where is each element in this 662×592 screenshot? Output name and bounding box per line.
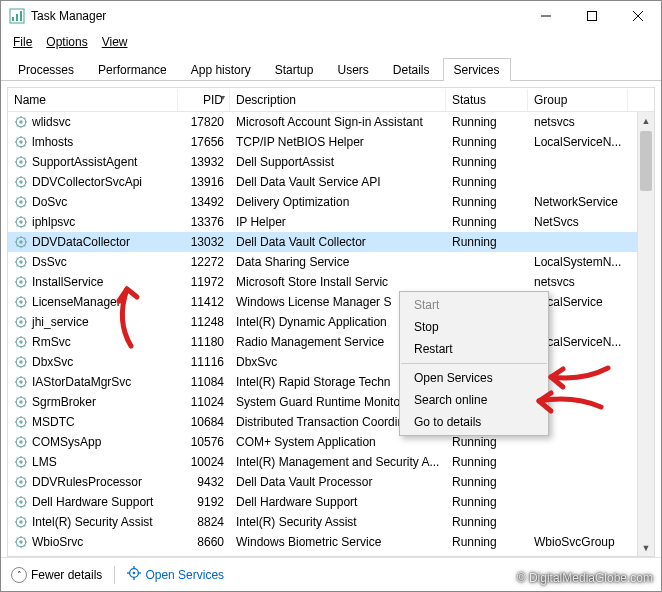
column-headers: Name PID▾ Description Status Group bbox=[8, 88, 654, 112]
cell-group bbox=[528, 181, 628, 183]
cell-pid: 13492 bbox=[178, 194, 230, 210]
table-row[interactable]: LicenseManager11412Windows License Manag… bbox=[8, 292, 654, 312]
tab-users[interactable]: Users bbox=[326, 58, 379, 81]
titlebar: Task Manager bbox=[1, 1, 661, 31]
maximize-button[interactable] bbox=[569, 1, 615, 31]
cell-status: Running bbox=[446, 534, 528, 550]
cell-status: Running bbox=[446, 514, 528, 530]
cell-name: jhi_service bbox=[8, 314, 178, 331]
col-status[interactable]: Status bbox=[446, 89, 528, 111]
tab-processes[interactable]: Processes bbox=[7, 58, 85, 81]
ctx-go-to-details[interactable]: Go to details bbox=[400, 411, 548, 433]
service-icon bbox=[14, 335, 28, 349]
task-manager-window: Task Manager File Options View Processes… bbox=[0, 0, 662, 592]
svg-point-109 bbox=[19, 321, 23, 325]
rows-container: wlidsvc17820Microsoft Account Sign-in As… bbox=[8, 112, 654, 556]
svg-point-159 bbox=[19, 421, 23, 425]
cell-name: LicenseManager bbox=[8, 294, 178, 311]
table-row[interactable]: RmSvc11180Radio Management ServiceLocalS… bbox=[8, 332, 654, 352]
table-row[interactable]: lmhosts17656TCP/IP NetBIOS HelperRunning… bbox=[8, 132, 654, 152]
cell-pid: 8824 bbox=[178, 514, 230, 530]
cell-name: MSDTC bbox=[8, 414, 178, 431]
cell-group: LocalServiceN... bbox=[528, 134, 628, 150]
cell-status: Running bbox=[446, 154, 528, 170]
cell-name: lmhosts bbox=[8, 134, 178, 151]
menu-options[interactable]: Options bbox=[40, 33, 93, 51]
table-row[interactable]: SupportAssistAgent13932Dell SupportAssis… bbox=[8, 152, 654, 172]
tab-app-history[interactable]: App history bbox=[180, 58, 262, 81]
menu-view[interactable]: View bbox=[96, 33, 134, 51]
table-row[interactable]: DsSvc12272Data Sharing ServiceLocalSyste… bbox=[8, 252, 654, 272]
table-row[interactable]: SgrmBroker11024System Guard Runtime Moni… bbox=[8, 392, 654, 412]
table-row[interactable]: wlidsvc17820Microsoft Account Sign-in As… bbox=[8, 112, 654, 132]
open-services-label: Open Services bbox=[145, 568, 224, 582]
cell-pid: 13032 bbox=[178, 234, 230, 250]
cell-name: LMS bbox=[8, 454, 178, 471]
table-row[interactable]: COMSysApp10576COM+ System ApplicationRun… bbox=[8, 432, 654, 452]
menu-file[interactable]: File bbox=[7, 33, 38, 51]
tab-services[interactable]: Services bbox=[443, 58, 511, 81]
table-row[interactable]: DDVRulesProcessor9432Dell Data Vault Pro… bbox=[8, 472, 654, 492]
col-description[interactable]: Description bbox=[230, 89, 446, 111]
open-services-link[interactable]: Open Services bbox=[127, 566, 224, 583]
cell-group bbox=[528, 441, 628, 443]
tabstrip: ProcessesPerformanceApp historyStartupUs… bbox=[1, 53, 661, 81]
table-row[interactable]: DDVDataCollector13032Dell Data Vault Col… bbox=[8, 232, 654, 252]
cell-group: NetworkService bbox=[528, 194, 628, 210]
col-group[interactable]: Group bbox=[528, 89, 628, 111]
cell-description: Microsoft Account Sign-in Assistant bbox=[230, 114, 446, 130]
table-row[interactable]: WbioSrvc8660Windows Biometric ServiceRun… bbox=[8, 532, 654, 552]
minimize-button[interactable] bbox=[523, 1, 569, 31]
scroll-track[interactable] bbox=[638, 129, 654, 539]
cell-pid: 8660 bbox=[178, 534, 230, 550]
ctx-search-online[interactable]: Search online bbox=[400, 389, 548, 411]
scroll-thumb[interactable] bbox=[640, 131, 652, 191]
cell-group bbox=[528, 461, 628, 463]
scroll-down-icon[interactable]: ▼ bbox=[638, 539, 655, 556]
table-row[interactable]: IAStorDataMgrSvc11084Intel(R) Rapid Stor… bbox=[8, 372, 654, 392]
menubar: File Options View bbox=[1, 31, 661, 53]
table-row[interactable]: InstallService11972Microsoft Store Insta… bbox=[8, 272, 654, 292]
table-row[interactable]: Dell Hardware Support9192Dell Hardware S… bbox=[8, 492, 654, 512]
table-row[interactable]: DoSvc13492Delivery OptimizationRunningNe… bbox=[8, 192, 654, 212]
col-pid[interactable]: PID▾ bbox=[178, 89, 230, 111]
content-area: Name PID▾ Description Status Group wlids… bbox=[1, 81, 661, 557]
tab-startup[interactable]: Startup bbox=[264, 58, 325, 81]
svg-point-179 bbox=[19, 461, 23, 465]
cell-description: Windows Biometric Service bbox=[230, 534, 446, 550]
ctx-restart[interactable]: Restart bbox=[400, 338, 548, 360]
service-icon bbox=[14, 315, 28, 329]
cell-pid: 13916 bbox=[178, 174, 230, 190]
vertical-scrollbar[interactable]: ▲ ▼ bbox=[637, 112, 654, 556]
table-row[interactable]: DDVCollectorSvcApi13916Dell Data Vault S… bbox=[8, 172, 654, 192]
table-row[interactable]: DbxSvc11116DbxSvc bbox=[8, 352, 654, 372]
cell-group bbox=[528, 521, 628, 523]
table-row[interactable]: LMS10024Intel(R) Management and Security… bbox=[8, 452, 654, 472]
table-row[interactable]: TabletInputService7592Touch Keyboard and… bbox=[8, 552, 654, 556]
cell-description: Touch Keyboard and Handwriting Pa bbox=[230, 554, 446, 556]
tab-details[interactable]: Details bbox=[382, 58, 441, 81]
ctx-open-services[interactable]: Open Services bbox=[400, 367, 548, 389]
service-icon bbox=[14, 455, 28, 469]
fewer-details-button[interactable]: ˄ Fewer details bbox=[11, 567, 102, 583]
ctx-stop[interactable]: Stop bbox=[400, 316, 548, 338]
table-row[interactable]: iphlpsvc13376IP HelperRunningNetSvcs bbox=[8, 212, 654, 232]
close-button[interactable] bbox=[615, 1, 661, 31]
statusbar: ˄ Fewer details Open Services bbox=[1, 557, 661, 591]
fewer-details-label: Fewer details bbox=[31, 568, 102, 582]
ctx-start[interactable]: Start bbox=[400, 294, 548, 316]
cell-pid: 9432 bbox=[178, 474, 230, 490]
table-row[interactable]: MSDTC10684Distributed Transaction Coordi… bbox=[8, 412, 654, 432]
cell-pid: 13932 bbox=[178, 154, 230, 170]
service-icon bbox=[14, 395, 28, 409]
cell-name: WbioSrvc bbox=[8, 534, 178, 551]
tab-performance[interactable]: Performance bbox=[87, 58, 178, 81]
svg-point-19 bbox=[19, 141, 23, 145]
svg-point-189 bbox=[19, 481, 23, 485]
cell-status: Running bbox=[446, 134, 528, 150]
table-row[interactable]: jhi_service11248Intel(R) Dynamic Applica… bbox=[8, 312, 654, 332]
table-row[interactable]: Intel(R) Security Assist8824Intel(R) Sec… bbox=[8, 512, 654, 532]
services-grid: Name PID▾ Description Status Group wlids… bbox=[7, 87, 655, 557]
col-name[interactable]: Name bbox=[8, 89, 178, 111]
scroll-up-icon[interactable]: ▲ bbox=[638, 112, 655, 129]
